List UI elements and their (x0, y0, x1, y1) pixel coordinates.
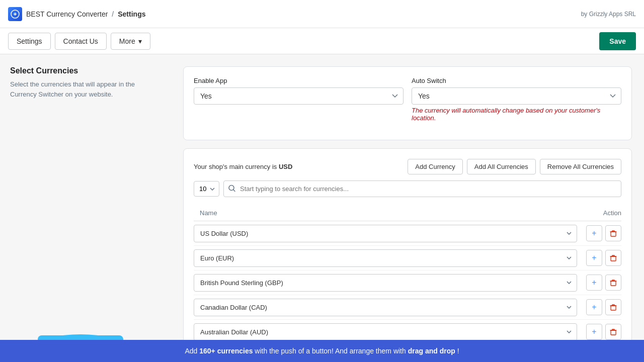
add-currency-row-button[interactable]: + (586, 250, 602, 266)
main-layout: Select Currencies Select the currencies … (0, 54, 644, 362)
search-row: 10 25 50 (194, 180, 621, 197)
delete-currency-row-button[interactable] (605, 299, 621, 315)
page-title: Settings (118, 10, 145, 18)
currency-header: Your shop's main currency is USD Add Cur… (194, 159, 621, 174)
navbar: Settings Contact Us More ▾ Save (0, 28, 644, 54)
main-currency-code: USD (279, 163, 292, 170)
currencies-table: Name Action US Dollar (USD) + (194, 205, 621, 362)
app-header: BEST Currency Converter / Settings by Gr… (0, 0, 644, 28)
table-row: US Dollar (USD) + (194, 221, 621, 246)
name-column-header: Name (194, 205, 581, 221)
currency-select-0[interactable]: US Dollar (USD) (194, 225, 577, 242)
action-column-header: Action (581, 205, 621, 221)
add-all-currencies-button[interactable]: Add All Currencies (467, 159, 536, 174)
enable-app-group: Enable App Yes No (194, 77, 404, 122)
table-row: Canadian Dollar (CAD) + (194, 295, 621, 320)
settings-content: Enable App Yes No Auto Switch Yes No The… (171, 54, 644, 362)
auto-switch-label: Auto Switch (412, 77, 621, 84)
auto-switch-note: The currency will automatically change b… (412, 107, 621, 122)
enable-app-label: Enable App (194, 77, 404, 84)
bottom-banner: Add 160+ currencies with the push of a b… (0, 340, 644, 362)
delete-currency-row-button[interactable] (605, 275, 621, 291)
svg-rect-24 (611, 256, 616, 261)
currency-select-4[interactable]: Australian Dollar (AUD) (194, 323, 577, 341)
main-currency-label: Your shop's main currency is USD (194, 163, 292, 170)
auto-switch-select[interactable]: Yes No (412, 87, 621, 105)
svg-rect-26 (611, 306, 616, 310)
banner-highlight2: drag and drop (408, 347, 455, 355)
banner-text-start: Add (185, 347, 199, 355)
save-button[interactable]: Save (599, 32, 636, 50)
table-row: Euro (EUR) + (194, 246, 621, 270)
auto-switch-group: Auto Switch Yes No The currency will aut… (412, 77, 621, 122)
currency-select-2[interactable]: British Pound Sterling (GBP) (194, 274, 577, 292)
add-currency-row-button[interactable]: + (586, 324, 602, 340)
currency-select-1[interactable]: Euro (EUR) (194, 249, 577, 267)
per-page-select[interactable]: 10 25 50 (194, 181, 219, 197)
settings-form-row: Enable App Yes No Auto Switch Yes No The… (194, 77, 621, 122)
add-currency-row-button[interactable]: + (586, 225, 602, 241)
enable-app-select[interactable]: Yes No (194, 87, 404, 105)
by-label: by Grizzly Apps SRL (581, 11, 636, 18)
currency-search-input[interactable] (223, 180, 621, 197)
more-button[interactable]: More ▾ (111, 33, 150, 50)
remove-all-currencies-button[interactable]: Remove All Currencies (540, 159, 621, 174)
svg-rect-27 (611, 330, 616, 335)
svg-rect-23 (611, 232, 616, 236)
currency-select-3[interactable]: Canadian Dollar (CAD) (194, 299, 577, 316)
add-currency-row-button[interactable]: + (586, 275, 602, 291)
app-settings-card: Enable App Yes No Auto Switch Yes No The… (183, 66, 632, 140)
table-row: British Pound Sterling (GBP) + (194, 270, 621, 295)
search-wrapper (223, 180, 621, 197)
sidebar: Select Currencies Select the currencies … (0, 54, 171, 362)
breadcrumb-separator: / (112, 10, 114, 18)
delete-currency-row-button[interactable] (605, 324, 621, 340)
main-currency-text: Your shop's main currency is (194, 163, 277, 170)
contact-us-button[interactable]: Contact Us (55, 33, 107, 50)
logo-icon (8, 7, 22, 21)
app-name: BEST Currency Converter (26, 10, 108, 18)
add-currency-button[interactable]: Add Currency (408, 159, 462, 174)
more-label: More (119, 37, 135, 45)
sidebar-description: Select the currencies that will appear i… (10, 79, 161, 99)
delete-currency-row-button[interactable] (605, 250, 621, 266)
settings-button[interactable]: Settings (8, 33, 51, 50)
banner-highlight1: 160+ currencies (199, 347, 253, 355)
svg-rect-25 (611, 281, 616, 286)
add-currency-row-button[interactable]: + (586, 299, 602, 315)
banner-text-end: ! (457, 347, 459, 355)
delete-currency-row-button[interactable] (605, 225, 621, 241)
search-icon (228, 185, 235, 193)
chevron-down-icon: ▾ (138, 37, 142, 45)
currency-action-buttons: Add Currency Add All Currencies Remove A… (408, 159, 621, 174)
app-logo: BEST Currency Converter / Settings (8, 7, 145, 21)
sidebar-title: Select Currencies (10, 66, 161, 75)
currencies-card: Your shop's main currency is USD Add Cur… (183, 148, 632, 362)
banner-text-mid: with the push of a button! And arrange t… (255, 347, 408, 355)
